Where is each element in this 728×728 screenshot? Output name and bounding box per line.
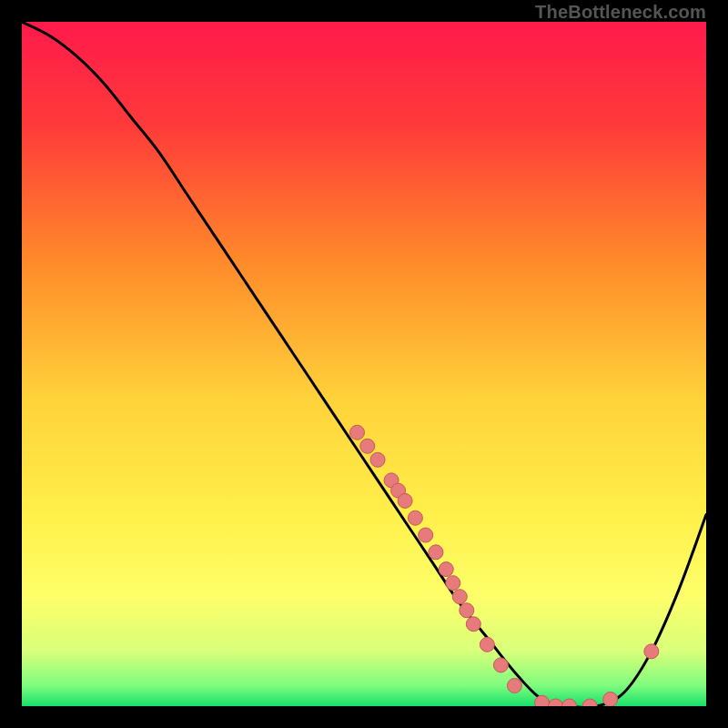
data-marker <box>460 603 474 618</box>
attribution-text: TheBottleneck.com <box>535 2 706 23</box>
data-marker <box>419 528 433 542</box>
data-marker <box>429 545 443 560</box>
data-marker <box>466 617 480 632</box>
data-marker <box>370 452 385 467</box>
data-marker <box>360 439 375 453</box>
data-marker <box>493 658 508 672</box>
data-marker <box>439 562 453 577</box>
data-marker <box>452 590 467 604</box>
data-marker <box>535 695 550 706</box>
data-marker <box>480 637 494 652</box>
chart-frame: TheBottleneck.com <box>0 0 728 728</box>
data-marker <box>644 644 659 659</box>
data-marker <box>398 493 412 508</box>
plot-area <box>22 22 706 706</box>
data-marker <box>446 576 460 591</box>
gradient-background <box>22 22 706 706</box>
data-marker <box>408 511 422 525</box>
data-marker <box>507 678 521 693</box>
data-marker <box>349 425 364 440</box>
data-marker <box>603 692 618 706</box>
chart-svg <box>22 22 706 706</box>
